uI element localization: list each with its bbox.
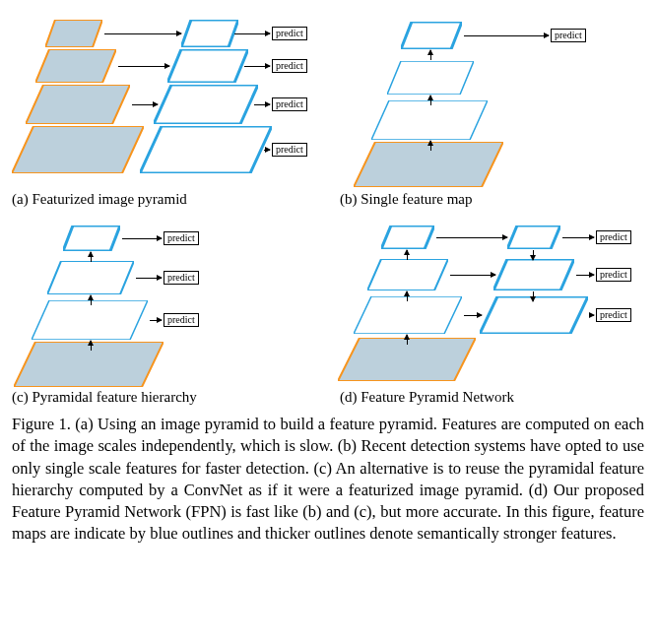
predict-box: predict: [272, 27, 307, 40]
svg-marker-1: [35, 49, 116, 83]
image-base: [354, 142, 503, 187]
predict-box: predict: [272, 143, 307, 157]
svg-marker-21: [493, 259, 574, 290]
svg-marker-9: [387, 61, 474, 95]
caption-b: (b) Single feature map: [340, 191, 644, 208]
diagram-c: predict predict predict: [12, 220, 316, 387]
feature-map-med2: [154, 85, 258, 124]
arrow-icon: [450, 275, 495, 276]
arrow-up-icon: [91, 295, 92, 305]
feature-map-mid2: [387, 61, 474, 95]
arrow-icon: [464, 315, 482, 316]
arrow-down-icon: [533, 250, 534, 260]
arrow-icon: [464, 35, 549, 36]
arrow-up-icon: [407, 335, 408, 345]
svg-marker-6: [154, 85, 258, 124]
svg-marker-10: [371, 100, 488, 140]
svg-marker-11: [354, 142, 503, 187]
arrow-icon: [150, 320, 162, 321]
arrow-up-icon: [91, 341, 92, 351]
svg-marker-15: [14, 342, 164, 387]
feature-map-mid: [47, 261, 134, 294]
bu-bot: [354, 296, 462, 334]
predict-box: predict: [596, 230, 631, 244]
svg-marker-4: [181, 20, 238, 47]
arrow-up-icon: [430, 96, 431, 105]
feature-map-top: [63, 225, 120, 251]
predict-box: predict: [164, 231, 199, 245]
predict-box: predict: [164, 313, 199, 327]
svg-marker-5: [167, 49, 248, 83]
panel-a: predict predict predict predict (a) Feat…: [12, 12, 316, 208]
svg-marker-2: [26, 85, 130, 124]
predict-box: predict: [551, 29, 586, 42]
bu-mid: [367, 259, 448, 290]
svg-marker-3: [12, 126, 144, 173]
predict-box: predict: [272, 97, 307, 111]
arrow-icon: [590, 315, 594, 316]
arrow-icon: [136, 278, 162, 279]
bu-top: [381, 225, 434, 249]
td-top: [507, 225, 560, 249]
predict-box: predict: [596, 308, 631, 322]
feature-map-top: [401, 22, 462, 49]
image-tile-med1: [35, 49, 116, 83]
arrow-up-icon: [430, 50, 431, 60]
arrow-icon: [234, 33, 270, 34]
feature-map-bot: [32, 300, 148, 340]
figure-caption: Figure 1. (a) Using an image pyramid to …: [12, 414, 644, 546]
caption-a: (a) Featurized image pyramid: [12, 191, 316, 208]
panel-d: predict predict predict (d) Feature Pyra…: [340, 220, 644, 406]
caption-c: (c) Pyramidal feature hierarchy: [12, 389, 316, 406]
feature-map-mid1: [371, 100, 488, 140]
caption-d: (d) Feature Pyramid Network: [340, 389, 644, 406]
svg-marker-18: [354, 296, 462, 334]
svg-marker-17: [367, 259, 448, 290]
image-tile-large: [12, 126, 144, 173]
feature-map-med1: [167, 49, 248, 83]
svg-marker-13: [47, 261, 134, 294]
arrow-up-icon: [91, 252, 92, 262]
svg-marker-7: [140, 126, 272, 173]
arrow-up-icon: [407, 291, 408, 301]
arrow-icon: [562, 237, 594, 238]
arrow-down-icon: [533, 291, 534, 301]
figure-grid: predict predict predict predict (a) Feat…: [12, 12, 644, 406]
svg-marker-12: [63, 225, 120, 251]
diagram-d: predict predict predict: [340, 220, 644, 387]
arrow-icon: [254, 104, 270, 105]
arrow-icon: [436, 237, 507, 238]
feature-map-large: [140, 126, 272, 173]
td-mid: [493, 259, 574, 290]
panel-b: predict (b) Single feature map: [340, 12, 644, 208]
arrow-icon: [264, 150, 270, 151]
predict-box: predict: [272, 59, 307, 73]
arrow-icon: [118, 66, 169, 67]
predict-box: predict: [596, 268, 631, 282]
svg-marker-0: [45, 20, 102, 47]
diagram-a: predict predict predict predict: [12, 12, 316, 189]
arrow-up-icon: [407, 250, 408, 260]
arrow-icon: [122, 238, 162, 239]
image-base: [14, 342, 164, 387]
svg-marker-20: [507, 225, 560, 249]
arrow-icon: [576, 275, 594, 276]
image-tile-small: [45, 20, 102, 47]
arrow-icon: [244, 66, 270, 67]
arrow-icon: [104, 33, 181, 34]
diagram-b: predict: [340, 12, 644, 189]
predict-box: predict: [164, 271, 199, 285]
svg-marker-14: [32, 300, 148, 340]
image-tile-med2: [26, 85, 130, 124]
panel-c: predict predict predict (c) Pyramidal fe…: [12, 220, 316, 406]
arrow-up-icon: [430, 141, 431, 151]
feature-map-small: [181, 20, 238, 47]
svg-marker-8: [401, 22, 462, 49]
svg-marker-16: [381, 225, 434, 249]
arrow-icon: [132, 104, 158, 105]
